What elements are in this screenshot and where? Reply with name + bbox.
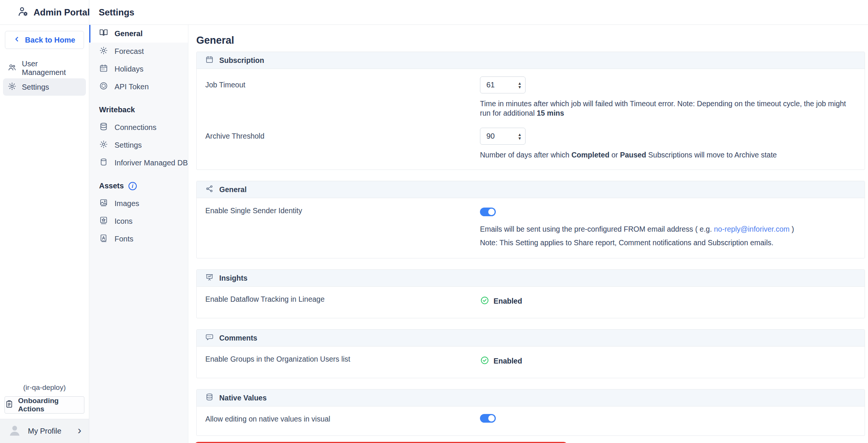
help-text-bold: Paused xyxy=(620,151,646,159)
app-brand: Admin Portal xyxy=(0,0,89,24)
settings-nav-label: API Token xyxy=(115,82,149,91)
job-timeout-stepper[interactable]: ▲ ▼ xyxy=(518,81,522,89)
archive-threshold-row: Archive Threshold ▲ ▼ Number of days aft… xyxy=(197,125,865,170)
settings-nav-label: Fonts xyxy=(115,235,133,243)
onboarding-actions-button[interactable]: Onboarding Actions xyxy=(5,396,84,414)
image-icon xyxy=(99,198,108,209)
no-reply-email-link[interactable]: no-reply@inforiver.com xyxy=(714,225,790,233)
groups-status: Enabled xyxy=(480,354,522,367)
assets-section-header: Assets i xyxy=(89,172,188,195)
native-values-card-header: Native Values xyxy=(197,390,865,406)
check-circle-icon xyxy=(480,296,489,307)
app-title: Admin Portal xyxy=(34,7,90,18)
spinner-up-icon[interactable]: ▲ xyxy=(518,133,522,136)
dataflow-tracking-row: Enable Dataflow Tracking in Lineage Enab… xyxy=(197,287,865,318)
comments-card: Comments Enable Groups in the Organizati… xyxy=(196,329,865,378)
dataflow-tracking-status: Enabled xyxy=(480,294,522,307)
groups-row: Enable Groups in the Organization Users … xyxy=(197,347,865,378)
section-title: Insights xyxy=(219,274,248,283)
settings-nav-forecast[interactable]: Forecast xyxy=(89,43,188,60)
section-title: Native Values xyxy=(219,394,267,402)
chevron-left-icon xyxy=(14,36,20,44)
single-sender-email-note: Emails will be sent using the pre-config… xyxy=(480,225,794,234)
settings-nav-icons[interactable]: Icons xyxy=(89,212,188,230)
comments-card-header: Comments xyxy=(197,330,865,347)
spinner-down-icon[interactable]: ▼ xyxy=(518,136,522,140)
archive-threshold-stepper[interactable]: ▲ ▼ xyxy=(518,133,522,140)
settings-nav-writeback-settings[interactable]: Settings xyxy=(89,136,188,154)
job-timeout-input[interactable] xyxy=(483,81,506,89)
help-text: Subscriptions will move to Archive state xyxy=(646,151,777,159)
sidebar-nav: User Management Settings xyxy=(0,60,89,96)
insights-card-header: Insights xyxy=(197,270,865,287)
share-icon xyxy=(205,185,214,194)
settings-nav-label: General xyxy=(115,29,142,38)
calendar-icon xyxy=(99,64,108,75)
spinner-down-icon[interactable]: ▼ xyxy=(518,85,522,89)
gear-icon xyxy=(99,140,108,151)
users-icon xyxy=(8,63,17,74)
assets-header-label: Assets xyxy=(99,182,124,190)
single-sender-scope-note: Note: This Setting applies to Share repo… xyxy=(480,238,794,247)
token-icon xyxy=(99,81,108,92)
section-title: Comments xyxy=(219,334,257,342)
insights-card: Insights Enable Dataflow Tracking in Lin… xyxy=(196,269,865,318)
help-text: ) xyxy=(790,225,794,233)
font-icon xyxy=(99,234,108,244)
back-to-home-button[interactable]: Back to Home xyxy=(5,31,84,49)
database-icon xyxy=(205,393,214,403)
single-sender-toggle[interactable] xyxy=(480,208,496,216)
job-timeout-help: Time in minutes after which job will fai… xyxy=(480,99,856,118)
archive-threshold-input-wrap: ▲ ▼ xyxy=(480,128,526,145)
general-card: General Enable Single Sender Identity Em… xyxy=(196,181,865,258)
general-card-header: General xyxy=(197,181,865,198)
subscription-card: Subscription Job Timeout ▲ ▼ Time xyxy=(196,52,865,170)
admin-portal-icon xyxy=(17,6,29,19)
settings-nav-fonts[interactable]: Fonts xyxy=(89,230,188,248)
settings-nav-inforiver-managed-db[interactable]: Inforiver Managed DB xyxy=(89,154,188,172)
native-editing-label: Allow editing on native values in visual xyxy=(205,414,480,423)
left-sidebar: Back to Home User Management xyxy=(0,25,89,443)
native-editing-toggle[interactable] xyxy=(480,414,496,423)
settings-nav-label: Inforiver Managed DB xyxy=(115,159,188,167)
book-icon xyxy=(99,28,108,39)
my-profile-label: My Profile xyxy=(28,427,72,435)
subscription-calendar-icon xyxy=(205,55,214,65)
sidebar-item-label: Settings xyxy=(22,83,49,92)
settings-nav-label: Images xyxy=(115,199,139,208)
dataflow-tracking-label: Enable Dataflow Tracking in Lineage xyxy=(205,294,480,307)
back-to-home-label: Back to Home xyxy=(25,36,75,44)
avatar xyxy=(8,423,22,439)
archive-threshold-input[interactable] xyxy=(483,132,506,141)
spinner-up-icon[interactable]: ▲ xyxy=(518,81,522,85)
check-circle-icon xyxy=(480,356,489,367)
chevron-right-icon: › xyxy=(78,425,81,438)
single-sender-row: Enable Single Sender Identity Emails wil… xyxy=(197,198,865,258)
settings-nav-images[interactable]: Images xyxy=(89,195,188,212)
clipboard-icon xyxy=(5,400,14,410)
groups-label: Enable Groups in the Organization Users … xyxy=(205,354,480,367)
environment-label: (ir-qa-deploy) xyxy=(0,383,89,392)
help-text-bold: Completed xyxy=(572,151,610,159)
info-icon[interactable]: i xyxy=(128,182,137,190)
single-sender-label: Enable Single Sender Identity xyxy=(205,206,480,247)
settings-nav-connections[interactable]: Connections xyxy=(89,119,188,136)
settings-nav-general[interactable]: General xyxy=(89,25,188,43)
archive-threshold-label: Archive Threshold xyxy=(205,128,480,160)
settings-nav-label: Settings xyxy=(115,141,142,150)
archive-threshold-help: Number of days after which Completed or … xyxy=(480,150,777,160)
settings-nav-holidays[interactable]: Holidays xyxy=(89,60,188,78)
star-icon xyxy=(99,216,108,227)
database-icon xyxy=(99,157,108,168)
sidebar-item-settings[interactable]: Settings xyxy=(3,78,86,96)
settings-nav-label: Holidays xyxy=(115,65,144,73)
status-label: Enabled xyxy=(494,357,522,365)
my-profile-row[interactable]: My Profile › xyxy=(0,419,89,443)
comment-bubble-icon xyxy=(205,333,214,343)
top-bar: Admin Portal Settings xyxy=(0,0,868,25)
settings-nav-api-token[interactable]: API Token xyxy=(89,78,188,96)
settings-nav: General Forecast Holidays xyxy=(89,25,188,443)
native-editing-row: Allow editing on native values in visual xyxy=(197,406,865,435)
settings-nav-label: Forecast xyxy=(115,47,144,56)
sidebar-item-user-management[interactable]: User Management xyxy=(3,60,86,77)
